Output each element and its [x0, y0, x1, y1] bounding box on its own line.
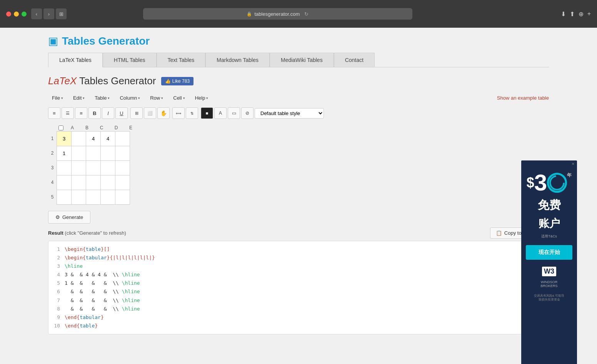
ad-line1: 免费	[538, 197, 561, 213]
forward-button[interactable]: ›	[43, 8, 54, 19]
cell-4a[interactable]	[57, 175, 72, 190]
cell-1a[interactable]: 3	[57, 132, 72, 146]
page: ▣ Tables Generator LaTeX Tables HTML Tab…	[0, 28, 597, 364]
cell-4b[interactable]	[72, 175, 86, 190]
code-line-2: 2 \begin{tabular}{|l|l|l|l|l|l|}	[52, 254, 545, 262]
cell-3d[interactable]	[101, 161, 115, 175]
select-all-checkbox[interactable]	[58, 125, 63, 130]
show-example-link[interactable]: Show an example table	[497, 95, 549, 101]
cell-5e[interactable]	[115, 190, 130, 205]
ad-cta-button[interactable]: 现在开始	[526, 245, 572, 260]
latex-label: LaTeX	[48, 75, 77, 87]
code-line-8: 8 & & & & \\ \hline	[52, 305, 545, 313]
download-button[interactable]: ⬇	[561, 10, 566, 18]
cell-2b[interactable]	[72, 146, 86, 161]
merge-h-btn[interactable]: ⟺	[172, 107, 185, 119]
like-button[interactable]: 👍 Like 783	[161, 77, 193, 85]
cell-2a[interactable]: 1	[57, 146, 72, 161]
cell-2d[interactable]	[101, 146, 115, 161]
tab-mediawiki[interactable]: MediaWiki Tables	[270, 53, 334, 67]
cell-3c[interactable]	[86, 161, 101, 175]
code-line-1: 1 \begin{table}[]	[52, 245, 545, 254]
ad-year: 年	[567, 173, 572, 177]
cell-3b[interactable]	[72, 161, 86, 175]
file-menu[interactable]: File ▾	[48, 93, 67, 103]
address-bar[interactable]: 🔒 tablesgenerator.com ↻	[143, 8, 412, 20]
col-label-c: C	[94, 124, 109, 131]
column-menu[interactable]: Column ▾	[116, 93, 144, 103]
nav-tabs: LaTeX Tables HTML Tables Text Tables Mar…	[48, 53, 549, 67]
code-line-4: 4 3 & & 4 & 4 & \\ \hline	[52, 270, 545, 279]
minimize-button[interactable]	[14, 12, 19, 17]
result-hint: (click "Generate" to refresh)	[65, 230, 126, 236]
lock-icon: 🔒	[247, 12, 252, 17]
cell-1b[interactable]	[72, 132, 86, 146]
all-borders-btn[interactable]: ⊞	[130, 107, 143, 119]
row-label-2: 2	[48, 146, 57, 160]
close-button[interactable]	[6, 12, 11, 17]
cell-2e[interactable]	[115, 146, 130, 161]
menu-bar: File ▾ Edit ▾ Table ▾ Column ▾ Row ▾ Cel…	[48, 93, 549, 103]
logo: ▣ Tables Generator	[48, 35, 549, 47]
table-row: 1	[57, 146, 130, 161]
table-row: 3 4 4	[57, 132, 130, 146]
cell-5a[interactable]	[57, 190, 72, 205]
svg-point-0	[550, 176, 564, 190]
align-left-btn[interactable]: ≡	[48, 107, 60, 119]
tab-html[interactable]: HTML Tables	[103, 53, 157, 67]
share-button[interactable]: ⬆	[570, 10, 575, 18]
bold-btn[interactable]: B	[88, 107, 101, 119]
tab-text[interactable]: Text Tables	[157, 53, 206, 67]
cell-1c[interactable]: 4	[86, 132, 101, 146]
help-menu[interactable]: Help ▾	[191, 93, 212, 103]
row-label-1: 1	[48, 131, 57, 146]
tab-contact[interactable]: Contact	[334, 53, 375, 67]
clear-btn[interactable]: ⊘	[241, 107, 253, 119]
table-section: A B C D E 1 2 3 4 5 3	[48, 124, 549, 205]
cell-5d[interactable]	[101, 190, 115, 205]
table-row	[57, 190, 130, 205]
cell-2c[interactable]	[86, 146, 101, 161]
bg-color-btn[interactable]: ■	[201, 107, 213, 119]
tab-markdown[interactable]: Markdown Tables	[205, 53, 270, 67]
ad-dollar-sign: $	[527, 176, 534, 190]
cell-1e[interactable]	[115, 132, 130, 146]
align-center-btn[interactable]: ☰	[62, 107, 74, 119]
cell-5c[interactable]	[86, 190, 101, 205]
ad-disclaimer: 交易具有风险& 可能导致损失投资资金	[534, 294, 565, 302]
cell-4c[interactable]	[86, 175, 101, 190]
text-color-btn[interactable]: A	[214, 107, 227, 119]
row-labels: 1 2 3 4 5	[48, 131, 57, 205]
table-style-select[interactable]: Default table style Booktabs No borders …	[255, 108, 324, 119]
cell-3a[interactable]	[57, 161, 72, 175]
clipboard-icon: 📋	[496, 230, 502, 236]
table-row	[57, 161, 130, 175]
cell-menu[interactable]: Cell ▾	[169, 93, 188, 103]
back-button[interactable]: ‹	[31, 8, 42, 19]
tab-latex[interactable]: LaTeX Tables	[48, 53, 103, 67]
cell-4e[interactable]	[115, 175, 130, 190]
cell-5b[interactable]	[72, 190, 86, 205]
table-menu[interactable]: Table ▾	[91, 93, 113, 103]
outer-border-btn[interactable]: ⬜	[144, 107, 156, 119]
fullscreen-button[interactable]	[22, 12, 27, 17]
cell-3e[interactable]	[115, 161, 130, 175]
new-tab-button[interactable]: ⊕	[579, 10, 584, 18]
align-right-btn[interactable]: ≡	[75, 107, 87, 119]
title-rest: Tables Generator	[77, 75, 156, 87]
edit-menu[interactable]: Edit ▾	[69, 93, 88, 103]
italic-btn[interactable]: I	[102, 107, 114, 119]
underline-btn[interactable]: U	[115, 107, 128, 119]
row-menu[interactable]: Row ▾	[146, 93, 167, 103]
ad-banner: ✕ $ 3 年 免费 账户 适用T&Cs 现在开始	[521, 160, 577, 364]
cell-1d[interactable]: 4	[101, 132, 115, 146]
cell-color-btn[interactable]: ▭	[228, 107, 240, 119]
merge-v-btn[interactable]: ⇅	[186, 107, 198, 119]
sidebar-button[interactable]: ⊞	[56, 8, 67, 19]
ad-broker-name: WINDSORBROKERS	[540, 280, 557, 288]
add-button[interactable]: +	[587, 10, 591, 18]
no-border-btn[interactable]: ✋	[157, 107, 170, 119]
icon-toolbar: ≡ ☰ ≡ B I U ⊞ ⬜ ✋ ⟺ ⇅ ■ A ▭ ⊘ Default ta…	[48, 107, 549, 119]
cell-4d[interactable]	[101, 175, 115, 190]
generate-button[interactable]: ⚙ Generate	[48, 211, 90, 224]
